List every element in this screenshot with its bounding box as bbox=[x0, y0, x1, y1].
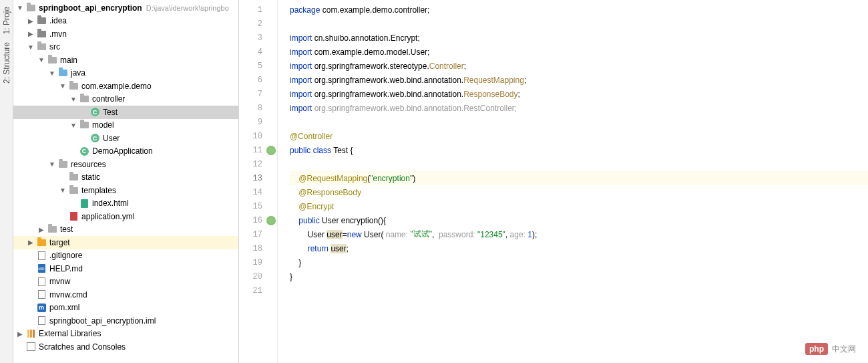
line-number[interactable]: 18 bbox=[239, 241, 277, 255]
line-number[interactable]: 19 bbox=[239, 255, 277, 269]
expand-icon[interactable]: ▶ bbox=[36, 226, 47, 233]
line-number[interactable]: 3 bbox=[239, 31, 277, 45]
code-line[interactable] bbox=[290, 115, 868, 129]
line-number[interactable]: 5 bbox=[239, 59, 277, 73]
code-line[interactable]: import cn.shuibo.annotation.Encrypt; bbox=[290, 31, 868, 45]
line-number[interactable]: 10 bbox=[239, 129, 277, 143]
tree-item[interactable]: ▼templates bbox=[13, 184, 238, 197]
line-number[interactable]: 15 bbox=[239, 199, 277, 213]
run-marker-icon[interactable] bbox=[266, 216, 276, 225]
code-line[interactable] bbox=[290, 157, 868, 171]
expand-icon[interactable]: ▶ bbox=[25, 30, 36, 37]
tree-root[interactable]: ▼springboot_api_encryptionD:\java\iderwo… bbox=[13, 1, 238, 15]
code-line[interactable]: import org.springframework.web.bind.anno… bbox=[290, 101, 868, 115]
library-icon bbox=[25, 328, 36, 339]
scratches[interactable]: Scratches and Consoles bbox=[13, 340, 238, 354]
expand-icon[interactable]: ▶ bbox=[15, 330, 25, 338]
line-number[interactable]: 14 bbox=[239, 185, 277, 199]
code-area[interactable]: package com.example.demo.controller;impo… bbox=[278, 0, 868, 363]
code-line[interactable]: public class Test { bbox=[290, 143, 868, 157]
line-number[interactable]: 21 bbox=[239, 283, 277, 297]
yml-icon bbox=[68, 211, 79, 222]
expand-icon[interactable]: ▼ bbox=[68, 122, 79, 129]
code-line[interactable]: package com.example.demo.controller; bbox=[290, 3, 868, 17]
tree-item[interactable]: ▼main bbox=[13, 53, 238, 67]
code-line[interactable]: User user=new User( name: "试试", password… bbox=[290, 227, 868, 241]
tree-item[interactable]: ▼src bbox=[13, 41, 238, 54]
line-number[interactable]: 20 bbox=[239, 269, 277, 283]
tree-item[interactable]: ▼resources bbox=[13, 158, 238, 171]
line-number[interactable]: 7 bbox=[239, 87, 277, 101]
tree-item[interactable]: .gitignore bbox=[13, 249, 238, 263]
structure-tool-button[interactable]: 2: Structure bbox=[2, 42, 11, 84]
tree-item[interactable]: static bbox=[13, 171, 238, 185]
project-tool-button[interactable]: 1: Proje bbox=[2, 7, 11, 34]
file-icon bbox=[36, 276, 47, 287]
line-number[interactable]: 6 bbox=[239, 73, 277, 87]
line-number[interactable]: 2 bbox=[239, 17, 277, 31]
folder-icon bbox=[79, 120, 89, 130]
code-line[interactable]: } bbox=[290, 269, 868, 283]
code-line[interactable]: import org.springframework.web.bind.anno… bbox=[290, 73, 868, 87]
tree-item[interactable]: ▶.mvn bbox=[13, 27, 238, 41]
line-number[interactable]: 11 bbox=[239, 143, 277, 157]
code-line[interactable]: import com.example.demo.model.User; bbox=[290, 45, 868, 59]
tree-item[interactable]: ▼com.example.demo bbox=[13, 80, 238, 93]
tree-item-label: java bbox=[71, 68, 85, 78]
expand-icon[interactable]: ▼ bbox=[25, 43, 36, 51]
tree-item-label: main bbox=[60, 55, 77, 65]
editor-gutter[interactable]: 123456789101112131415161718192021 bbox=[239, 0, 278, 363]
line-number[interactable]: 13 bbox=[239, 171, 277, 185]
tree-item[interactable]: MDHELP.md bbox=[13, 262, 238, 275]
line-number[interactable]: 9 bbox=[239, 115, 277, 129]
tree-item[interactable]: index.html bbox=[13, 197, 238, 211]
expand-icon[interactable]: ▶ bbox=[25, 239, 36, 246]
code-line[interactable]: import org.springframework.stereotype.Co… bbox=[290, 59, 868, 73]
code-line[interactable]: @ResponseBody bbox=[290, 185, 868, 199]
external-libraries[interactable]: ▶External Libraries bbox=[13, 328, 238, 341]
expand-icon[interactable]: ▶ bbox=[25, 17, 36, 25]
tree-item[interactable]: CUser bbox=[13, 132, 238, 145]
code-line[interactable]: @RequestMapping("encryption") bbox=[290, 171, 868, 185]
tree-item[interactable]: application.yml bbox=[13, 210, 238, 223]
line-number[interactable]: 4 bbox=[239, 45, 277, 59]
expand-icon[interactable]: ▼ bbox=[36, 56, 47, 64]
tree-item[interactable]: ▶test bbox=[13, 223, 238, 237]
tree-item-label: com.example.demo bbox=[81, 82, 152, 91]
project-tree[interactable]: ▼springboot_api_encryptionD:\java\iderwo… bbox=[13, 0, 238, 354]
folder-blue-icon bbox=[57, 68, 68, 78]
line-number[interactable]: 1 bbox=[239, 3, 277, 17]
code-line[interactable]: @Encrypt bbox=[290, 199, 868, 213]
tree-item[interactable]: mvnw.cmd bbox=[13, 288, 238, 301]
code-line[interactable]: } bbox=[290, 255, 868, 269]
code-line[interactable]: return user; bbox=[290, 241, 868, 255]
tree-item[interactable]: CDemoApplication bbox=[13, 145, 238, 158]
code-line[interactable]: public User encryption(){ bbox=[290, 213, 868, 227]
expand-icon[interactable]: ▼ bbox=[15, 4, 25, 11]
tree-item[interactable]: mvnw bbox=[13, 275, 238, 289]
code-line[interactable]: @Controller bbox=[290, 129, 868, 143]
expand-icon[interactable]: ▼ bbox=[47, 70, 57, 77]
line-number[interactable]: 16 bbox=[239, 213, 277, 227]
expand-icon[interactable]: ▼ bbox=[68, 96, 79, 103]
code-line[interactable] bbox=[290, 283, 868, 297]
line-number[interactable]: 8 bbox=[239, 101, 277, 115]
tree-item[interactable]: mpom.xml bbox=[13, 301, 238, 315]
run-marker-icon[interactable] bbox=[266, 146, 276, 155]
expand-icon[interactable]: ▼ bbox=[57, 187, 68, 194]
line-number[interactable]: 12 bbox=[239, 157, 277, 171]
tree-item-label: mvnw.cmd bbox=[49, 290, 87, 299]
code-line[interactable] bbox=[290, 17, 868, 31]
tree-item[interactable]: ▶target bbox=[13, 236, 238, 249]
tree-item-label: External Libraries bbox=[39, 329, 101, 338]
tree-item[interactable]: ▶.idea bbox=[13, 15, 238, 28]
tree-item[interactable]: ▼java bbox=[13, 67, 238, 80]
code-line[interactable]: import org.springframework.web.bind.anno… bbox=[290, 87, 868, 101]
expand-icon[interactable]: ▼ bbox=[47, 160, 57, 168]
tree-item[interactable]: springboot_api_encryption.iml bbox=[13, 314, 238, 328]
expand-icon[interactable]: ▼ bbox=[57, 82, 68, 90]
tree-item[interactable]: ▼model bbox=[13, 119, 238, 132]
line-number[interactable]: 17 bbox=[239, 227, 277, 241]
tree-item[interactable]: CTest bbox=[13, 106, 238, 119]
tree-item[interactable]: ▼controller bbox=[13, 93, 238, 106]
